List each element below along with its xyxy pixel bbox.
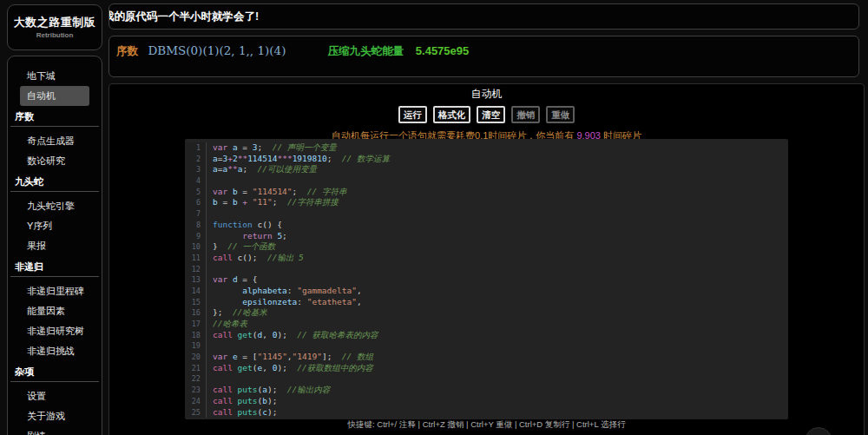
code-line: 23call puts(a); //输出内容 — [185, 385, 788, 396]
code-line: 18call get(d, 0); // 获取哈希表的内容 — [185, 330, 788, 341]
toolbar-button[interactable]: 撤销 — [511, 106, 540, 123]
line-number: 1 — [185, 142, 207, 154]
code-line: 15 epsilonzeta: "etatheta", — [185, 297, 788, 308]
code-line-text — [207, 208, 213, 220]
code-line: 16}; //哈基米 — [185, 307, 788, 319]
sidebar-divider — [10, 381, 99, 382]
code-line-text — [207, 340, 213, 352]
line-number: 14 — [185, 286, 207, 297]
code-line-text — [207, 264, 213, 275]
code-line-text: //哈希表 — [207, 319, 247, 330]
line-number: 6 — [185, 197, 207, 208]
code-line: 10} // 一个函数 — [185, 241, 788, 253]
line-number: 11 — [185, 253, 207, 264]
code-line: 19 — [185, 340, 788, 352]
sidebar-item[interactable]: 非递归里程碑 — [8, 281, 102, 301]
toolbar-button[interactable]: 重做 — [546, 106, 575, 123]
line-number: 13 — [185, 274, 207, 286]
sidebar-item[interactable]: 奇点生成器 — [8, 131, 102, 151]
code-line-text: return 5; — [207, 231, 287, 242]
line-number: 8 — [185, 220, 207, 231]
code-line: 21call get(e, 0); //获取数组中的内容 — [185, 363, 788, 374]
sidebar-section-header: 非递归 — [8, 258, 102, 275]
sidebar-item[interactable]: 能量因素 — [8, 301, 102, 321]
sidebar-item[interactable]: 非递归挑战 — [8, 341, 102, 361]
sidebar-item[interactable]: Y序列 — [8, 216, 102, 236]
news-ticker-text: 戏的原代码一个半小时就学会了! — [108, 4, 858, 29]
code-line-text: call puts(b); — [207, 396, 277, 407]
code-line-text: a=a**a; //可以使用变量 — [207, 164, 317, 175]
code-line: 7 — [185, 208, 788, 220]
sidebar-item[interactable]: 地下城 — [8, 66, 102, 86]
line-number: 10 — [185, 241, 207, 253]
code-line-text: b = b + "11"; //字符串拼接 — [207, 197, 339, 208]
sidebar-section-header: 九头蛇 — [8, 173, 102, 190]
line-number: 22 — [185, 373, 207, 385]
code-line: 8function c() { — [185, 220, 788, 231]
line-number: 12 — [185, 264, 207, 275]
sidebar-item[interactable]: 非递归研究树 — [8, 321, 102, 341]
app-subtitle: Retribution — [8, 31, 102, 39]
news-ticker: 戏的原代码一个半小时就学会了! — [108, 3, 859, 30]
automator-panel: 自动机 运行格式化清空撤销重做 自动机每运行一个语句就需要耗费0.1时间碎片，你… — [108, 83, 865, 435]
toolbar-button[interactable]: 格式化 — [433, 106, 471, 123]
code-line: 4 — [185, 175, 788, 187]
code-line-text: call puts(a); //输出内容 — [207, 385, 330, 396]
panel-title: 自动机 — [109, 87, 864, 102]
sidebar-nav: 地下城自动机序数奇点生成器数论研究九头蛇九头蛇引擎Y序列果报非递归非递归里程碑能… — [7, 56, 102, 435]
code-line: 13var d = { — [185, 274, 788, 286]
ordinal-value: DBMS(0)(1)(2, 1,, 1)(4) — [148, 43, 286, 57]
sidebar-item[interactable]: 果报 — [8, 236, 102, 256]
code-line-text: call c(); //输出 5 — [207, 253, 304, 264]
line-number: 9 — [185, 231, 207, 242]
code-line-text — [207, 175, 213, 187]
code-line: 9 return 5; — [185, 231, 788, 242]
code-line-text: var a = 3; // 声明一个变量 — [207, 142, 337, 154]
ordinal-label: 序数 — [116, 45, 138, 57]
line-number: 16 — [185, 307, 207, 319]
code-line: 22 — [185, 373, 788, 385]
hotkey-hint: 快捷键: Ctrl+/ 注释 | Ctrl+Z 撤销 | Ctrl+Y 重做 |… — [109, 419, 864, 431]
code-editor[interactable]: 1var a = 3; // 声明一个变量2a=3+2**114514***19… — [185, 139, 788, 419]
code-line-text: a=3+2**114514***1919810; // 数学运算 — [207, 154, 390, 165]
sidebar-item[interactable]: 剧情 — [8, 426, 102, 435]
line-number: 21 — [185, 363, 207, 374]
code-line: 5var b = "114514"; // 字符串 — [185, 187, 788, 198]
code-line: 3a=a**a; //可以使用变量 — [185, 164, 788, 175]
code-line: 24call puts(b); — [185, 396, 788, 407]
code-line-text: var d = { — [207, 274, 258, 286]
app-title: 大数之路重制版 — [8, 15, 102, 30]
app-logo: 大数之路重制版 Retribution — [7, 4, 102, 50]
line-number: 24 — [185, 396, 207, 407]
line-number: 7 — [185, 208, 207, 220]
resource-header: 序数 DBMS(0)(1)(2, 1,, 1)(4) 压缩九头蛇能量 5.457… — [108, 36, 859, 77]
code-line-text: } // 一个函数 — [207, 241, 275, 253]
sidebar-divider — [10, 126, 99, 127]
line-number: 5 — [185, 187, 207, 198]
sidebar-section-header: 序数 — [8, 108, 102, 125]
code-line: 25call puts(c); — [185, 407, 788, 419]
line-number: 20 — [185, 352, 207, 363]
toolbar: 运行格式化清空撤销重做 — [109, 106, 864, 123]
hydra-energy-label: 压缩九头蛇能量 — [328, 45, 404, 57]
code-line: 20var e = ["1145","1419"]; // 数组 — [185, 352, 788, 363]
code-line-text: alphabeta: "gammadelta", — [207, 286, 362, 297]
sidebar-divider — [10, 276, 99, 277]
line-number: 15 — [185, 297, 207, 308]
line-number: 17 — [185, 319, 207, 330]
sidebar-item[interactable]: 九头蛇引擎 — [8, 196, 102, 216]
code-line-text: var b = "114514"; // 字符串 — [207, 187, 346, 198]
toolbar-button[interactable]: 运行 — [398, 106, 427, 123]
line-number: 2 — [185, 154, 207, 165]
toolbar-button[interactable]: 清空 — [477, 106, 505, 123]
line-number: 18 — [185, 330, 207, 341]
line-number: 19 — [185, 340, 207, 352]
sidebar-item[interactable]: 设置 — [8, 386, 102, 406]
sidebar-item[interactable]: 自动机 — [20, 86, 89, 106]
sidebar-section-header: 杂项 — [8, 363, 102, 380]
line-number: 3 — [185, 164, 207, 175]
code-line-text: epsilonzeta: "etatheta", — [207, 297, 362, 308]
sidebar-item[interactable]: 数论研究 — [8, 151, 102, 171]
sidebar-item[interactable]: 关于游戏 — [8, 406, 102, 426]
code-line-text: function c() { — [207, 220, 282, 231]
